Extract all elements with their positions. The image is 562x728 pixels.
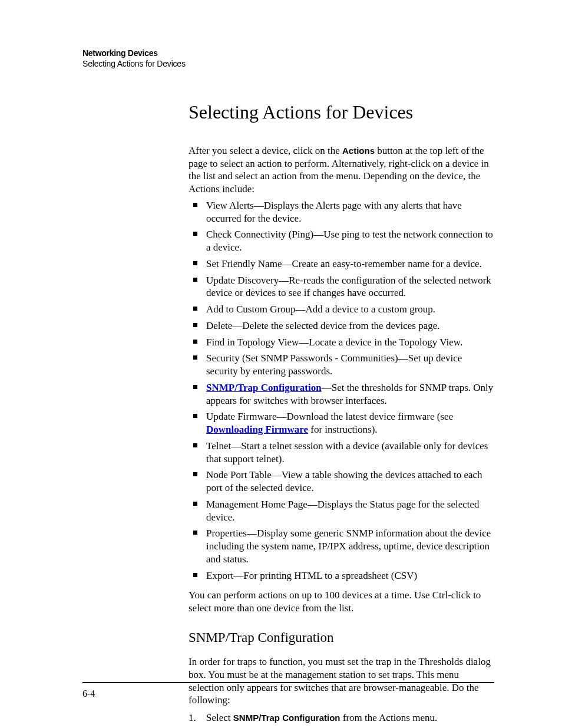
list-text: Update Firmware—Download the latest devi… [206, 411, 453, 422]
content-column: Selecting Actions for Devices After you … [189, 100, 494, 728]
after-list-paragraph: You can perform actions on up to 100 dev… [189, 589, 494, 615]
list-item: View Alerts—Displays the Alerts page wit… [189, 199, 494, 225]
list-text: Export—For printing HTML to a spreadshee… [206, 570, 417, 581]
intro-bold: Actions [342, 146, 375, 156]
list-text: Find in Topology View—Locate a device in… [206, 337, 462, 348]
page-number: 6-4 [82, 688, 95, 700]
running-head: Networking Devices Selecting Actions for… [82, 48, 494, 70]
list-item: Add to Custom Group—Add a device to a cu… [189, 303, 494, 316]
running-head-subtitle: Selecting Actions for Devices [82, 59, 494, 70]
intro-paragraph: After you select a device, click on the … [189, 144, 494, 196]
list-text: Management Home Page—Displays the Status… [206, 499, 480, 523]
list-text: for instructions). [308, 424, 378, 435]
step-text: Select [206, 712, 233, 723]
heading-2-snmp: SNMP/Trap Configuration [189, 629, 494, 646]
list-text: Delete—Delete the selected device from t… [206, 320, 439, 331]
page: Networking Devices Selecting Actions for… [0, 0, 562, 728]
xref-snmp-trap-config[interactable]: SNMP/Trap Configuration [206, 382, 322, 393]
list-text: Node Port Table—View a table showing the… [206, 469, 482, 493]
list-text: Properties—Display some generic SNMP inf… [206, 528, 491, 565]
step-item: Select SNMP/Trap Configuration from the … [189, 711, 494, 724]
running-head-title: Networking Devices [82, 48, 494, 59]
list-item: Node Port Table—View a table showing the… [189, 469, 494, 495]
heading-1: Selecting Actions for Devices [189, 100, 494, 124]
list-text: Security (Set SNMP Passwords - Communiti… [206, 353, 462, 377]
list-item: Find in Topology View—Locate a device in… [189, 336, 494, 349]
list-text: Set Friendly Name—Create an easy-to-reme… [206, 258, 482, 269]
intro-pre: After you select a device, click on the [189, 145, 342, 156]
list-text: Check Connectivity (Ping)—Use ping to te… [206, 229, 493, 253]
list-item: Update Firmware—Download the latest devi… [189, 410, 494, 436]
list-text: Telnet—Start a telnet session with a dev… [206, 440, 488, 465]
list-item: SNMP/Trap Configuration—Set the threshol… [189, 381, 494, 407]
snmp-intro-paragraph: In order for traps to function, you must… [189, 655, 494, 707]
list-item: Security (Set SNMP Passwords - Communiti… [189, 352, 494, 378]
list-item: Check Connectivity (Ping)—Use ping to te… [189, 228, 494, 254]
step-bold: SNMP/Trap Configuration [233, 713, 340, 723]
steps-list: Select SNMP/Trap Configuration from the … [189, 711, 494, 728]
step-text: from the Actions menu. [340, 712, 437, 723]
list-text: Update Discovery—Re-reads the configurat… [206, 275, 491, 299]
list-item: Management Home Page—Displays the Status… [189, 498, 494, 524]
list-item: Properties—Display some generic SNMP inf… [189, 527, 494, 565]
actions-list: View Alerts—Displays the Alerts page wit… [189, 199, 494, 582]
list-item: Export—For printing HTML to a spreadshee… [189, 569, 494, 582]
list-item: Delete—Delete the selected device from t… [189, 319, 494, 332]
list-item: Update Discovery—Re-reads the configurat… [189, 274, 494, 300]
footer-rule [82, 682, 494, 683]
xref-downloading-firmware[interactable]: Downloading Firmware [206, 424, 308, 435]
list-text: Add to Custom Group—Add a device to a cu… [206, 304, 435, 315]
list-text: View Alerts—Displays the Alerts page wit… [206, 200, 462, 224]
list-item: Telnet—Start a telnet session with a dev… [189, 440, 494, 466]
list-item: Set Friendly Name—Create an easy-to-reme… [189, 258, 494, 271]
